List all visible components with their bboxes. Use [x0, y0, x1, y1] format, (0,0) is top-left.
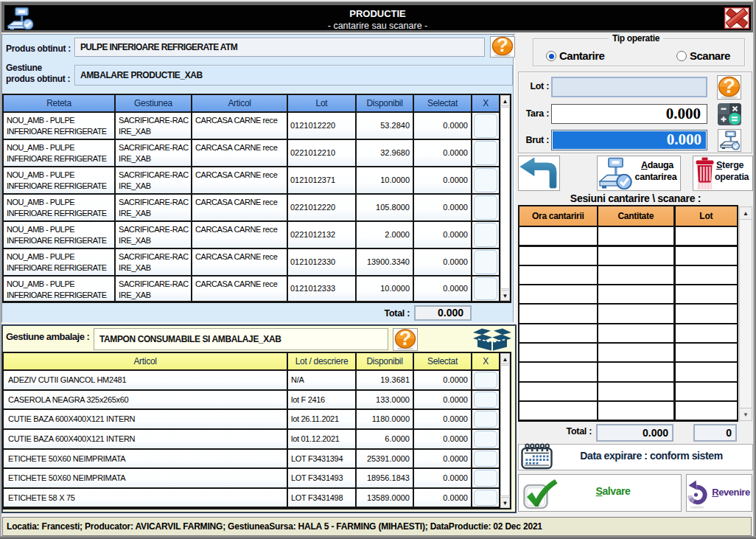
svg-text:?: ?	[497, 36, 508, 56]
svg-text:?: ?	[723, 75, 735, 97]
svg-text:?: ?	[399, 328, 412, 350]
